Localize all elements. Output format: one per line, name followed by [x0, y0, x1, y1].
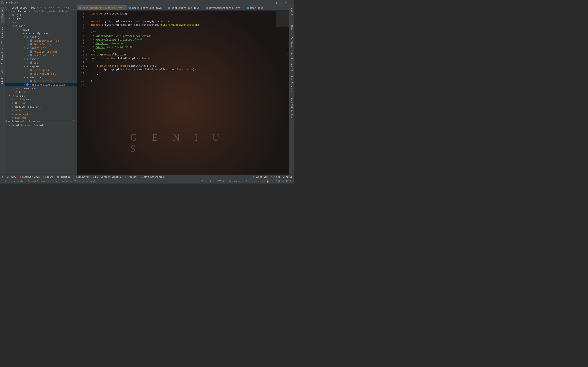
expand-arrow-icon[interactable]: ▶	[5, 120, 7, 122]
expand-arrow-icon[interactable]: ▶	[9, 95, 11, 97]
expand-arrow-icon[interactable]: ▼	[16, 29, 18, 31]
gutter-mark[interactable]: ❀	[86, 53, 91, 57]
gutter-mark[interactable]	[86, 27, 91, 30]
editor-tab[interactable]: UserController.java×	[166, 5, 204, 10]
bottom-tool-button[interactable]: ▣Terminal	[57, 175, 70, 178]
expand-arrow-icon[interactable]: ▶	[12, 91, 15, 93]
tree-item[interactable]: ▼▣service	[5, 75, 77, 79]
right-tool-tab[interactable]: Database	[290, 36, 293, 49]
tree-item[interactable]: ▼🗀main	[5, 24, 77, 28]
tree-item[interactable]: ▶🗀load_properties~/work/java_study/load_…	[5, 6, 77, 9]
tree-item[interactable]: ▼▣mapper	[5, 64, 77, 68]
expand-arrow-icon[interactable]: ▶	[27, 40, 29, 42]
expand-arrow-icon[interactable]: ▶	[27, 69, 29, 71]
gutter-mark[interactable]	[86, 68, 91, 72]
caret-position[interactable]: 20:1	[200, 180, 206, 183]
gutter-mark[interactable]	[86, 30, 91, 34]
expand-arrow-icon[interactable]: ▶	[23, 83, 26, 86]
code-line[interactable]: import org.springframework.boot.SpringAp…	[91, 19, 289, 23]
expand-arrow-icon[interactable]: ▼	[23, 76, 26, 78]
warning-stripe[interactable]	[286, 49, 288, 49]
tree-item[interactable]: ▶🗀resources	[5, 86, 77, 90]
expand-arrow-icon[interactable]: ▼	[23, 58, 26, 60]
editor-tab[interactable]: User.java×	[245, 5, 268, 10]
tree-item[interactable]: ▶DataSourceConfig	[5, 39, 77, 42]
gear-icon[interactable]: ⚙	[285, 1, 288, 4]
tree-item[interactable]: ▼▣domain	[5, 57, 77, 61]
code-line[interactable]: * @date: 2019-06-18 22:39	[91, 45, 289, 49]
bottom-tool-button[interactable]: ⎇9: Version Control	[93, 175, 121, 178]
expand-arrow-icon[interactable]: ▶	[27, 80, 29, 82]
gutter-mark[interactable]: ❀	[86, 57, 91, 61]
tree-item[interactable]: ▶UserController	[5, 53, 77, 57]
gutter-mark[interactable]	[86, 72, 91, 76]
code-line[interactable]: * @MethodName: MobileRedisApplication	[91, 34, 289, 38]
expand-arrow-icon[interactable]: ▶	[27, 62, 29, 64]
tree-item[interactable]: ▶🗀test	[5, 90, 77, 94]
gutter-mark[interactable]	[86, 49, 91, 53]
left-tool-tab[interactable]: Web	[1, 67, 4, 74]
gutter-mark[interactable]	[86, 83, 91, 87]
right-tool-tab[interactable]: RestServices	[290, 75, 293, 94]
project-tree[interactable]: ▶🗀load_properties~/work/java_study/load_…	[5, 5, 77, 175]
close-icon[interactable]: ×	[163, 7, 164, 9]
gutter-mark[interactable]	[86, 61, 91, 64]
close-icon[interactable]: ×	[242, 7, 243, 9]
code-line[interactable]: * @author: liusheng	[91, 42, 289, 45]
tree-item[interactable]: ▼▣config	[5, 35, 77, 39]
expand-arrow-icon[interactable]: ▶	[9, 14, 11, 16]
tree-item[interactable]: 🗎mvnw	[5, 108, 77, 112]
indent-setting[interactable]: 4 spaces ⇅	[229, 180, 243, 183]
tree-item[interactable]: ▼🗀src	[5, 20, 77, 24]
expand-arrow-icon[interactable]: ▼	[12, 25, 15, 27]
gutter-mark[interactable]	[86, 38, 91, 42]
right-tool-tab[interactable]: Ant Build	[290, 7, 293, 22]
tree-item[interactable]: mpom.xml	[5, 116, 77, 119]
code-line[interactable]	[91, 75, 289, 79]
git-branch[interactable]: Git: master ⇅	[246, 180, 263, 183]
code-line[interactable]	[91, 16, 289, 19]
tree-item[interactable]: 🗎HELP.md	[5, 101, 77, 105]
warning-stripe[interactable]	[286, 41, 288, 41]
code-line[interactable]: public class MobileRedisApplication {	[91, 57, 289, 60]
status-icon[interactable]: ☐	[2, 180, 3, 183]
code-line[interactable]: import org.springframework.boot.autoconf…	[91, 23, 289, 27]
tool-window-quick-access[interactable]: ▣	[2, 175, 3, 178]
editor-tab[interactable]: DataSourceConfig.java×	[204, 5, 245, 10]
warning-stripe[interactable]	[286, 45, 288, 45]
bottom-tool-button[interactable]: ①Event Log	[252, 175, 268, 178]
gutter-mark[interactable]	[86, 23, 91, 27]
tree-item[interactable]: ▼🗀java	[5, 28, 77, 31]
target-icon[interactable]: ◎	[275, 1, 278, 4]
gutter-mark[interactable]	[86, 12, 91, 16]
expand-arrow-icon[interactable]: ▼	[20, 32, 22, 34]
minimap[interactable]	[277, 11, 289, 27]
close-icon[interactable]: ×	[265, 7, 266, 9]
gutter-mark[interactable]	[86, 80, 91, 83]
expand-arrow-icon[interactable]: ▶	[27, 50, 29, 53]
code-line[interactable]: * @Description: springboot启动类	[91, 38, 289, 42]
warning-stripe[interactable]	[286, 53, 288, 53]
memory-indicator[interactable]: 532 of 4029M	[276, 180, 292, 183]
tree-item[interactable]: ▼▣controller	[5, 46, 77, 50]
gutter-mark[interactable]	[86, 16, 91, 19]
goto-icon[interactable]: ↗	[272, 180, 273, 183]
code-content[interactable]: package com.study.java; import org.sprin…	[91, 11, 289, 175]
expand-arrow-icon[interactable]: ▼	[23, 36, 26, 38]
code-line[interactable]	[91, 60, 289, 64]
code-line[interactable]: /**	[91, 30, 289, 34]
expand-arrow-icon[interactable]: ▶	[27, 43, 29, 45]
code-line[interactable]: package com.study.java;	[91, 12, 289, 16]
collapse-icon[interactable]: ⇲	[280, 1, 283, 4]
lock-icon[interactable]: 🔒	[266, 180, 269, 183]
tree-item[interactable]: ▶🗀target	[5, 94, 77, 98]
line-separator[interactable]: LF ⇅	[209, 180, 214, 183]
tree-item[interactable]: 🗎mvnw.cmd	[5, 112, 77, 116]
expand-arrow-icon[interactable]: ▼	[9, 21, 11, 23]
code-line[interactable]	[91, 27, 289, 30]
expand-arrow-icon[interactable]: ▼	[23, 47, 26, 49]
expand-arrow-icon[interactable]: ▶	[27, 54, 29, 56]
right-tool-tab[interactable]: Key Promoter X	[290, 51, 293, 73]
gutter-mark[interactable]	[86, 34, 91, 38]
tree-item[interactable]: ▶RedisController	[5, 50, 77, 53]
